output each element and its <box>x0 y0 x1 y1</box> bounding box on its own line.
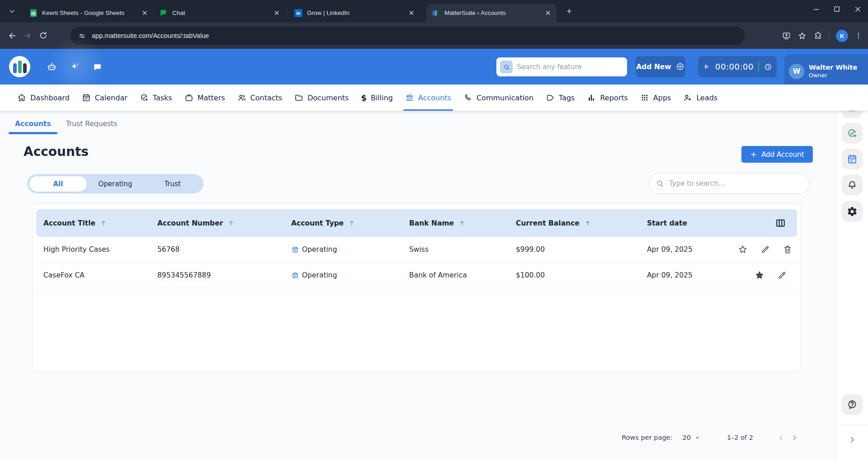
address-bar[interactable]: app.mattersuite.com/Accounts/:tabValue <box>71 27 745 45</box>
divider <box>836 425 868 425</box>
column-account-title[interactable]: Account Title <box>36 219 157 227</box>
task-check-icon <box>140 93 149 102</box>
browser-tab-sheets[interactable]: Keerti Sheets - Google Sheets ✕ <box>24 4 153 22</box>
tab-close-icon[interactable]: ✕ <box>141 9 149 17</box>
browser-tab-linkedin[interactable]: in Grow | LinkedIn ✕ <box>289 4 420 22</box>
table-row[interactable]: High Priority Cases 56768 Operating Swis… <box>36 237 797 263</box>
nav-documents[interactable]: Documents <box>294 85 349 111</box>
star-filled-icon[interactable] <box>754 270 765 281</box>
tab-search-button[interactable] <box>5 5 20 18</box>
url-text: app.mattersuite.com/Accounts/:tabValue <box>92 32 209 39</box>
delete-trash-icon[interactable] <box>783 245 793 254</box>
minimize-button[interactable] <box>806 0 826 18</box>
close-button[interactable] <box>847 0 868 18</box>
add-account-button[interactable]: Add Account <box>741 146 813 163</box>
star-icon[interactable] <box>737 244 748 255</box>
tab-accounts[interactable]: Accounts <box>15 120 51 134</box>
bookmark-star-icon[interactable] <box>797 31 807 41</box>
profile-avatar[interactable]: K <box>836 30 848 42</box>
column-current-balance[interactable]: Current Balance <box>516 219 647 227</box>
edit-pencil-icon[interactable] <box>760 245 770 254</box>
notifications-button[interactable] <box>842 174 863 195</box>
column-settings <box>737 217 797 229</box>
clock-icon[interactable] <box>764 62 773 71</box>
sort-asc-icon[interactable] <box>227 220 235 227</box>
install-app-icon[interactable] <box>782 31 791 41</box>
nav-calendar[interactable]: Calendar <box>82 85 127 111</box>
column-bank-name[interactable]: Bank Name <box>409 219 516 227</box>
new-tab-button[interactable]: + <box>563 5 576 18</box>
site-settings-icon[interactable] <box>78 32 86 40</box>
nav-tasks[interactable]: Tasks <box>140 85 172 111</box>
browser-tab-mattersuite-active[interactable]: MatterSuite › Accounts ✕ <box>426 4 557 22</box>
sort-asc-icon[interactable] <box>584 220 591 227</box>
nav-contacts[interactable]: Contacts <box>237 85 283 111</box>
collapse-panel-button[interactable] <box>842 432 863 448</box>
apps-grid-icon <box>640 93 649 102</box>
sparkles-icon[interactable] <box>69 61 80 73</box>
sort-asc-icon[interactable] <box>100 220 107 227</box>
settings-button[interactable] <box>842 201 863 222</box>
tab-close-icon[interactable]: ✕ <box>407 9 415 17</box>
calendar-button[interactable] <box>842 149 863 169</box>
mattersuite-logo[interactable] <box>9 56 30 77</box>
rows-per-page-select[interactable]: 20 <box>682 434 700 441</box>
column-start-date[interactable]: Start date <box>647 219 737 227</box>
nav-accounts[interactable]: Accounts <box>405 85 451 111</box>
tab-close-icon[interactable]: ✕ <box>273 9 281 17</box>
help-button[interactable] <box>842 394 863 415</box>
tab-trust-requests[interactable]: Trust Requests <box>66 120 118 134</box>
columns-icon[interactable] <box>775 217 786 229</box>
ai-bot-icon[interactable] <box>46 61 57 73</box>
nav-leads[interactable]: Leads <box>683 85 717 111</box>
bank-icon <box>405 93 414 102</box>
table-row[interactable]: CaseFox CA 895345567889 Operating Bank o… <box>36 263 797 288</box>
table-search[interactable] <box>649 173 810 194</box>
previous-page-button[interactable] <box>774 431 788 444</box>
sort-asc-icon[interactable] <box>458 220 466 227</box>
tab-title: Keerti Sheets - Google Sheets <box>42 9 135 16</box>
next-page-button[interactable] <box>788 431 801 444</box>
nav-communication[interactable]: Communication <box>463 85 533 111</box>
forward-button[interactable] <box>20 28 35 43</box>
nav-tags[interactable]: Tags <box>546 85 575 111</box>
browser-tab-chat[interactable]: Chat ✕ <box>154 4 285 22</box>
feature-search-input[interactable] <box>517 63 623 71</box>
filter-trust[interactable]: Trust <box>144 176 201 192</box>
pagination: Rows per page: 20 1–2 of 2 <box>0 431 801 444</box>
tab-title: Chat <box>172 9 267 16</box>
messages-icon[interactable] <box>92 61 103 73</box>
play-icon[interactable] <box>702 62 711 71</box>
add-task-button[interactable] <box>842 123 863 144</box>
search-icon <box>500 61 513 73</box>
nav-matters[interactable]: Matters <box>184 85 225 111</box>
add-new-button[interactable]: Add New <box>636 56 685 77</box>
cell-account-number: 56768 <box>157 245 291 254</box>
table-search-input[interactable] <box>669 179 803 188</box>
feature-search[interactable] <box>496 57 627 76</box>
filter-operating[interactable]: Operating <box>87 176 144 192</box>
browser-menu-icon[interactable] <box>854 32 863 40</box>
edit-pencil-icon[interactable] <box>777 270 787 280</box>
nav-billing[interactable]: $ Billing <box>361 85 393 111</box>
chevron-right-icon <box>790 433 799 442</box>
sort-asc-icon[interactable] <box>348 220 355 227</box>
accounts-table: Account Title Account Number Account Typ… <box>32 203 801 372</box>
search-icon <box>656 179 665 188</box>
user-menu[interactable]: W Walter White Owner <box>784 54 868 88</box>
timer-widget[interactable]: 00:00:00 <box>698 56 777 77</box>
column-account-type[interactable]: Account Type <box>291 219 409 227</box>
tab-title: MatterSuite › Accounts <box>444 9 538 16</box>
nav-dashboard[interactable]: Dashboard <box>17 85 70 111</box>
tab-close-icon[interactable]: ✕ <box>544 9 552 17</box>
maximize-button[interactable] <box>826 0 847 18</box>
calendar-icon <box>847 154 858 165</box>
linkedin-icon: in <box>294 9 302 17</box>
extensions-icon[interactable] <box>813 31 823 41</box>
cell-current-balance: $999.00 <box>516 245 647 254</box>
nav-reports[interactable]: Reports <box>587 85 627 111</box>
back-button[interactable] <box>5 28 20 43</box>
nav-apps[interactable]: Apps <box>640 85 671 111</box>
column-account-number[interactable]: Account Number <box>157 219 291 227</box>
filter-all[interactable]: All <box>29 176 87 192</box>
